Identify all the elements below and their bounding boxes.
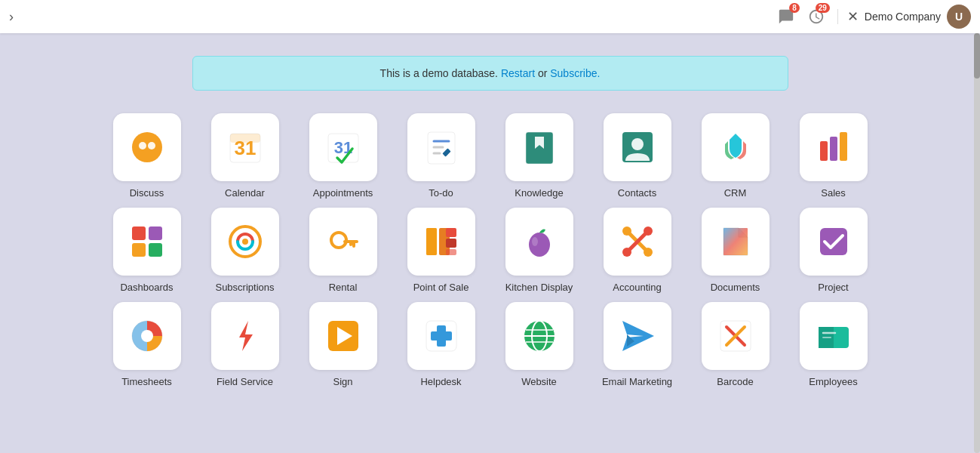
barcode-icon-container xyxy=(702,302,770,370)
app-helpdesk[interactable]: Helpdesk xyxy=(396,302,487,389)
svg-rect-18 xyxy=(820,141,828,161)
rental-label: Rental xyxy=(329,282,358,294)
app-barcode[interactable]: Barcode xyxy=(690,302,781,389)
svg-point-43 xyxy=(644,226,653,236)
accounting-label: Accounting xyxy=(613,282,661,294)
crm-icon xyxy=(714,126,757,168)
email-icon-container xyxy=(604,302,671,370)
app-sales[interactable]: Sales xyxy=(788,113,879,200)
activity-notifications-button[interactable]: 29 xyxy=(804,5,828,29)
discuss-icon-container xyxy=(113,113,181,181)
todo-label: To-do xyxy=(429,187,453,200)
app-timesheets[interactable]: Timesheets xyxy=(102,302,192,389)
app-todo[interactable]: To-do xyxy=(396,113,487,200)
pos-icon-container xyxy=(407,208,475,276)
fieldservice-icon xyxy=(224,315,266,357)
appointments-icon-container: 31 xyxy=(309,113,377,181)
app-employees[interactable]: Employees xyxy=(788,302,879,389)
email-label: Email Marketing xyxy=(602,376,672,389)
app-fieldservice[interactable]: Field Service xyxy=(200,302,290,389)
app-subscriptions[interactable]: Subscriptions xyxy=(200,208,290,294)
website-label: Website xyxy=(521,376,557,389)
employees-icon xyxy=(813,315,855,357)
helpdesk-icon xyxy=(420,315,462,357)
app-knowledge[interactable]: Knowledge xyxy=(494,113,585,200)
app-discuss[interactable]: Discuss xyxy=(102,113,192,200)
documents-label: Documents xyxy=(711,282,760,294)
employees-label: Employees xyxy=(809,376,857,389)
banner-or: or xyxy=(538,67,550,79)
app-calendar[interactable]: 31 Calendar xyxy=(200,113,290,200)
fieldservice-icon-container xyxy=(211,302,279,370)
website-icon-container xyxy=(505,302,573,370)
scrollbar-thumb[interactable] xyxy=(974,33,980,79)
employees-icon-container xyxy=(800,302,868,370)
subscriptions-icon-container xyxy=(211,208,279,276)
appointments-icon: 31 xyxy=(322,126,364,168)
rental-icon-container xyxy=(309,208,377,276)
knowledge-icon xyxy=(518,126,561,168)
knowledge-icon-container xyxy=(505,113,573,181)
app-email[interactable]: Email Marketing xyxy=(592,302,683,389)
subscribe-link[interactable]: Subscribe. xyxy=(550,67,600,79)
knowledge-label: Knowledge xyxy=(515,187,563,200)
svg-point-27 xyxy=(331,233,346,248)
discuss-label: Discuss xyxy=(130,187,164,200)
demo-banner: This is a demo database. Restart or Subs… xyxy=(192,56,788,91)
chat-notifications-button[interactable]: 8 xyxy=(774,5,798,29)
svg-point-38 xyxy=(532,237,538,246)
svg-point-26 xyxy=(242,239,248,245)
topbar-divider xyxy=(837,9,838,24)
app-sign[interactable]: Sign xyxy=(298,302,389,389)
nav-toggle-button[interactable]: › xyxy=(9,9,14,25)
svg-rect-5 xyxy=(230,134,260,143)
email-icon xyxy=(616,315,659,357)
svg-rect-19 xyxy=(830,137,837,161)
app-project[interactable]: Project xyxy=(788,208,879,294)
sign-icon xyxy=(322,315,364,357)
svg-rect-36 xyxy=(446,249,456,255)
sign-icon-container xyxy=(309,302,377,370)
app-pos[interactable]: Point of Sale xyxy=(396,208,487,294)
barcode-label: Barcode xyxy=(717,376,753,389)
documents-icon-container xyxy=(702,208,770,276)
svg-point-42 xyxy=(644,248,653,257)
svg-point-44 xyxy=(622,248,631,257)
appointments-label: Appointments xyxy=(313,187,373,200)
svg-point-37 xyxy=(529,233,550,257)
svg-rect-20 xyxy=(840,132,847,161)
crm-icon-container xyxy=(702,113,770,181)
calendar-icon-container: 31 xyxy=(211,113,279,181)
user-avatar[interactable]: U xyxy=(947,5,971,29)
project-label: Project xyxy=(818,282,848,294)
contacts-label: Contacts xyxy=(618,187,656,200)
documents-icon xyxy=(714,220,757,263)
svg-rect-33 xyxy=(426,228,437,255)
crm-label: CRM xyxy=(724,187,747,200)
restart-link[interactable]: Restart xyxy=(501,67,535,79)
scrollbar[interactable] xyxy=(974,33,980,453)
app-website[interactable]: Website xyxy=(494,302,585,389)
calendar-label: Calendar xyxy=(225,187,265,200)
svg-rect-34 xyxy=(446,228,456,237)
project-icon xyxy=(813,220,855,263)
app-crm[interactable]: CRM xyxy=(690,113,781,200)
app-rental[interactable]: Rental xyxy=(298,208,389,294)
project-icon-container xyxy=(800,208,868,276)
sales-icon xyxy=(813,126,855,168)
helpdesk-icon-container xyxy=(407,302,475,370)
svg-rect-54 xyxy=(437,325,446,347)
svg-rect-23 xyxy=(132,243,146,257)
website-icon xyxy=(518,315,561,357)
kitchen-label: Kitchen Display xyxy=(505,282,573,294)
close-button[interactable]: ✕ xyxy=(847,8,859,25)
helpdesk-label: Helpdesk xyxy=(420,376,461,389)
app-documents[interactable]: Documents xyxy=(690,208,781,294)
app-contacts[interactable]: Contacts xyxy=(592,113,683,200)
app-kitchen[interactable]: Kitchen Display xyxy=(494,208,585,294)
app-appointments[interactable]: 31 Appointments xyxy=(298,113,389,200)
app-accounting[interactable]: Accounting xyxy=(592,208,683,294)
svg-point-17 xyxy=(631,138,644,150)
app-dashboards[interactable]: Dashboards xyxy=(102,208,192,294)
svg-point-2 xyxy=(148,142,155,149)
